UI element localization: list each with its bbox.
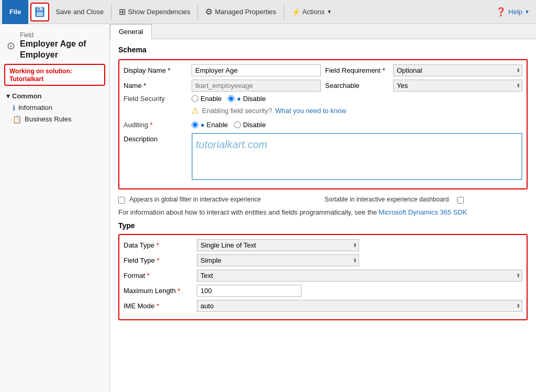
solution-badge: Working on solution: Tutorialkart (4, 64, 105, 86)
help-chevron-icon: ▼ (524, 9, 530, 15)
managed-properties-button[interactable]: ⚙ Managed Properties (201, 5, 280, 19)
max-length-input[interactable] (197, 285, 302, 297)
info-text-content: For information about how to interact wi… (118, 208, 377, 216)
main-container: ⚙ Field Employer Age of Employer Working… (0, 24, 536, 392)
show-deps-label: Show Dependencies (128, 8, 190, 16)
global-filter-label: Appears in global filter in interactive … (129, 196, 261, 204)
description-row: Description tutorialkart.com (124, 133, 522, 180)
field-security-radio-group: Enable ● Disable (192, 95, 266, 103)
save-and-close-button[interactable]: Save and Close (51, 6, 108, 18)
file-button[interactable]: File (2, 0, 28, 24)
warning-link[interactable]: What you need to know (275, 107, 347, 115)
field-type-row: Field Type * Simple Calculated Rollup ⬍ (124, 254, 522, 266)
content-area: General Schema Display Name * (110, 24, 536, 392)
name-row: Name * Searchable Yes (124, 80, 522, 92)
field-title: Employer Age of Employer (20, 39, 103, 61)
max-length-row: Maximum Length * (124, 285, 522, 297)
information-nav-icon: ℹ (13, 104, 15, 112)
format-label: Format * (124, 272, 197, 279)
display-name-cell: Display Name * (124, 64, 321, 76)
searchable-cell: Searchable Yes No ⬍ (325, 80, 522, 92)
field-security-disable-option[interactable]: ● Disable (228, 95, 265, 103)
actions-button[interactable]: ⚡ Actions ▼ (287, 6, 337, 18)
info-text-row: For information about how to interact wi… (118, 208, 528, 216)
show-dependencies-button[interactable]: ⊞ Show Dependencies (115, 5, 194, 19)
sidebar-item-business-rules[interactable]: 📋 Business Rules (0, 114, 109, 125)
field-security-enable-option[interactable]: Enable (192, 95, 221, 103)
format-row: Format * Text Email URL Phone ⬍ (124, 270, 522, 282)
business-rules-nav-icon: 📋 (13, 115, 21, 124)
sdk-link[interactable]: Microsoft Dynamics 365 SDK (378, 208, 467, 216)
business-rules-nav-label: Business Rules (25, 115, 72, 123)
name-label: Name * (124, 82, 192, 89)
save-icon-button[interactable] (30, 3, 49, 21)
sortable-checkbox[interactable] (457, 197, 464, 204)
description-textarea[interactable]: tutorialkart.com (192, 133, 522, 180)
field-type-select[interactable]: Simple Calculated Rollup (197, 254, 359, 266)
auditing-enable-option[interactable]: ● Enable (192, 121, 228, 129)
auditing-enable-dot: ● (200, 121, 205, 129)
auditing-enable-label: Enable (207, 121, 228, 129)
warning-triangle-icon: ⚠ (192, 106, 199, 116)
ribbon: File Save and Close ⊞ Show Dependencies … (0, 0, 536, 24)
field-security-disable-radio[interactable] (228, 95, 234, 102)
auditing-radio-group: ● Enable Disable (192, 121, 266, 129)
type-section: Data Type * Single Line of Text Whole Nu… (118, 234, 528, 320)
warning-text: Enabling field security? (202, 107, 272, 115)
data-type-select[interactable]: Single Line of Text Whole Number Decimal… (197, 239, 359, 251)
field-security-disable-text: Disable (243, 95, 265, 103)
auditing-row: Auditing * ● Enable Disable (124, 121, 522, 129)
managed-props-label: Managed Properties (215, 8, 276, 16)
save-disk-icon (34, 6, 46, 18)
checkbox-section: Appears in global filter in interactive … (118, 196, 528, 204)
sortable-label: Sortable in interactive experience dashb… (325, 196, 449, 204)
actions-chevron-icon: ▼ (327, 9, 332, 15)
common-section-title: Common (12, 92, 41, 100)
save-close-label: Save and Close (55, 8, 104, 16)
format-select[interactable]: Text Email URL Phone (197, 270, 522, 282)
separator-3 (284, 4, 284, 20)
data-type-row: Data Type * Single Line of Text Whole Nu… (124, 239, 522, 251)
help-button[interactable]: ❓ Help ▼ (492, 5, 534, 19)
ime-mode-label: IME Mode * (124, 302, 197, 310)
auditing-disable-radio[interactable] (234, 121, 241, 128)
data-type-label: Data Type * (124, 241, 197, 249)
name-cell: Name * (124, 80, 321, 92)
display-name-input[interactable] (192, 64, 321, 76)
global-filter-cell: Appears in global filter in interactive … (118, 196, 321, 204)
tab-general[interactable]: General (110, 24, 152, 39)
form-content: Schema Display Name * (110, 39, 536, 327)
ime-mode-select[interactable]: auto active inactive disabled (197, 300, 522, 312)
name-input[interactable] (192, 80, 321, 92)
information-nav-label: Information (18, 104, 52, 111)
auditing-disable-option[interactable]: Disable (234, 121, 265, 129)
field-security-enable-radio[interactable] (192, 95, 198, 102)
solution-badge-text: Working on solution: Tutorialkart (9, 68, 72, 83)
display-name-row: Display Name * Field Requirement * (124, 64, 522, 76)
type-section-title: Type (118, 221, 528, 230)
field-label: Field (20, 31, 103, 39)
separator-2 (197, 4, 198, 20)
auditing-enable-radio[interactable] (192, 121, 198, 128)
schema-section: Display Name * Field Requirement * (118, 59, 528, 189)
schema-section-title: Schema (118, 46, 528, 54)
global-filter-checkbox[interactable] (118, 197, 125, 204)
sidebar-header: ⚙ Field Employer Age of Employer (0, 28, 109, 64)
svg-rect-2 (38, 8, 40, 10)
auditing-disable-label: Disable (243, 121, 265, 129)
sortable-cell: Sortable in interactive experience dashb… (325, 196, 528, 204)
sidebar-item-information[interactable]: ℹ Information (0, 102, 109, 114)
field-security-disable-label: ● (237, 95, 241, 103)
settings-icon: ⚙ (6, 40, 16, 52)
field-security-row: Field Security Enable ● Disable (124, 95, 522, 103)
field-requirement-cell: Field Requirement * Optional Required Re… (325, 64, 522, 76)
field-requirement-select[interactable]: Optional Required Recommended (393, 64, 522, 76)
ime-mode-row: IME Mode * auto active inactive disabled… (124, 300, 522, 312)
field-security-enable-label: Enable (200, 95, 221, 103)
field-security-label: Field Security (124, 95, 192, 103)
searchable-select[interactable]: Yes No (393, 80, 522, 92)
field-security-warning-row: ⚠ Enabling field security? What you need… (124, 104, 522, 118)
sidebar: ⚙ Field Employer Age of Employer Working… (0, 24, 110, 392)
help-circle-icon: ❓ (496, 7, 506, 17)
actions-label: Actions (303, 8, 325, 16)
